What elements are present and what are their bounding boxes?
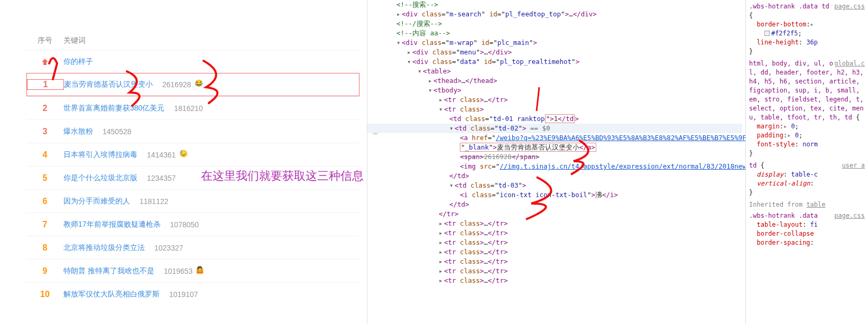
table-row[interactable]: 1麦当劳肯德基否认汉堡变小2616928😂 <box>26 73 359 96</box>
devtools-styles[interactable]: page.css .wbs-hotrank .data td { border-… <box>745 0 868 324</box>
css-selector: .wbs-hotrank .data td <box>749 3 829 10</box>
expand-icon[interactable] <box>439 95 444 105</box>
rank-number: 1 <box>27 79 64 90</box>
table-row[interactable]: 6因为分手而难受的人1181122 <box>26 189 359 212</box>
sweat-icon: 😓 <box>179 150 190 160</box>
hot-count: 1414361 <box>147 151 176 159</box>
expand-icon[interactable] <box>439 238 444 247</box>
table-row[interactable]: 8北京将推动垃圾分类立法1023327 <box>26 236 359 259</box>
table-row-top[interactable]: 你的样子 <box>26 50 359 73</box>
html-comment: <!--内容 aa--> <box>396 29 450 37</box>
shrug-icon: 🤷 <box>196 266 206 276</box>
devtools-elements[interactable]: <!--搜索--> <div class="m-search" id="pl_f… <box>367 0 745 324</box>
hot-count: 1019653 <box>164 267 193 275</box>
keyword-link[interactable]: 麦当劳肯德基否认汉堡变小 <box>64 80 153 88</box>
hot-count: 1234357 <box>147 174 176 182</box>
rank-number: 10 <box>26 290 63 299</box>
table-row[interactable]: 10解放军仪仗大队亮相白俄罗斯1019107 <box>26 282 359 306</box>
html-comment: <!--/搜索--> <box>396 20 442 27</box>
hot-count: 1181122 <box>140 197 169 206</box>
rank-number: 5 <box>26 173 63 183</box>
css-selector: html, body, div, ul, ol, dd, header, foo… <box>749 60 864 121</box>
table-row[interactable]: 7教师17年前举报腐败疑遭枪杀1078050 <box>26 212 359 236</box>
rank-number: 6 <box>26 197 63 206</box>
expand-icon[interactable] <box>428 76 433 86</box>
keyword-link[interactable]: 因为分手而难受的人 <box>63 197 130 205</box>
expand-icon[interactable] <box>439 247 444 257</box>
href-link[interactable]: /weibo?q=%23%E9%BA%A6%E5%BD%93%E5%8A%B3%… <box>496 134 745 142</box>
table-row[interactable]: 3爆水散粉1450528 <box>26 119 359 143</box>
color-swatch[interactable] <box>764 31 770 36</box>
top-icon <box>26 58 63 66</box>
hot-count: 2616928 <box>162 80 191 89</box>
expand-icon[interactable] <box>407 57 412 67</box>
expand-icon[interactable] <box>407 48 412 57</box>
expand-icon[interactable] <box>449 181 455 190</box>
keyword-link[interactable]: 爆水散粉 <box>63 127 93 135</box>
keyword-link[interactable]: 特朗普 推特离了我啥也不是 <box>63 266 154 275</box>
hot-count: 1019107 <box>169 290 198 299</box>
hot-count: 1078050 <box>170 220 199 229</box>
expand-icon[interactable] <box>396 38 402 48</box>
expand-icon[interactable] <box>439 105 444 114</box>
rank-number: 9 <box>26 266 63 276</box>
keyword-link[interactable]: 教师17年前举报腐败疑遭枪杀 <box>63 220 161 228</box>
table-row[interactable]: 9特朗普 推特离了我啥也不是1019653🤷 <box>26 259 359 282</box>
rank-number: 3 <box>26 127 63 136</box>
rank-number: 2 <box>26 104 63 113</box>
keyword-link[interactable]: 世界首富离婚前妻获380亿美元 <box>63 104 164 112</box>
css-file-link[interactable]: page.css <box>834 211 865 220</box>
expand-icon[interactable] <box>439 219 444 228</box>
css-selector: td <box>749 162 756 169</box>
hot-count: 1450528 <box>103 127 132 136</box>
keyword-link[interactable]: 你的样子 <box>63 57 93 66</box>
hot-count: 1023327 <box>154 244 183 252</box>
table-row[interactable]: 4日本将引入埃博拉病毒1414361😓 <box>26 143 359 166</box>
header-keyword: 关键词 <box>63 36 359 45</box>
css-selector: .wbs-hotrank .data <box>749 212 818 219</box>
expand-icon[interactable] <box>439 257 444 266</box>
header-index: 序号 <box>26 36 63 45</box>
img-src-link[interactable]: //img.t.sinajs.cn/t4/appstyle/expression… <box>500 162 745 170</box>
table-header: 序号 关键词 <box>26 32 359 50</box>
hot-search-panel: 序号 关键词 你的样子 1麦当劳肯德基否认汉堡变小2616928😂2世界首富离婚… <box>0 0 367 324</box>
expand-icon[interactable] <box>449 124 455 133</box>
keyword-link[interactable]: 你是个什么垃圾北京版 <box>63 173 137 182</box>
css-file-link[interactable]: page.css <box>834 2 865 11</box>
kuxiao-icon: 😂 <box>195 79 205 90</box>
ua-label: user a <box>842 161 865 170</box>
keyword-link[interactable]: 解放军仪仗大队亮相白俄罗斯 <box>63 290 160 298</box>
rank-number: 7 <box>26 220 63 229</box>
rank-number: 4 <box>26 150 63 160</box>
expand-icon[interactable] <box>439 228 444 238</box>
gutter-dots: ⋯ <box>373 129 377 138</box>
expand-icon[interactable] <box>439 276 444 285</box>
keyword-link[interactable]: 日本将引入埃博拉病毒 <box>63 150 137 159</box>
css-file-link[interactable]: global.c <box>834 59 865 68</box>
expand-icon[interactable] <box>396 10 402 19</box>
html-comment: <!--搜索--> <box>396 1 438 8</box>
keyword-link[interactable]: 北京将推动垃圾分类立法 <box>63 243 145 252</box>
hot-count: 1816210 <box>174 104 203 113</box>
expand-icon[interactable] <box>439 266 444 276</box>
table-row[interactable]: 2世界首富离婚前妻获380亿美元1816210 <box>26 96 359 119</box>
expand-icon[interactable] <box>418 67 423 76</box>
annotation-text: 在这里我们就要获取这三种信息 <box>201 168 364 184</box>
rank-number: 8 <box>26 243 63 253</box>
expand-icon[interactable] <box>428 86 433 95</box>
